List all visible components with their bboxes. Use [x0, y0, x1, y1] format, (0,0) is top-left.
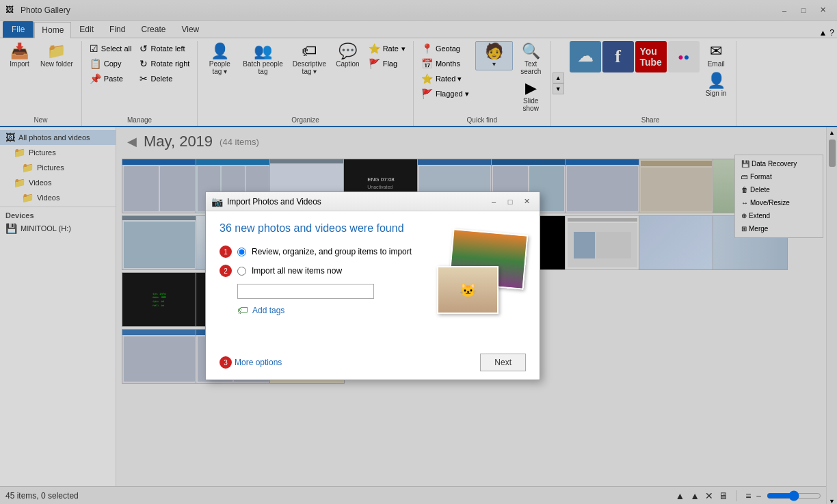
- dialog-photo-preview: 🐱: [437, 232, 526, 314]
- dialog-footer: 3 More options Next: [206, 348, 540, 380]
- dialog-minimize-btn[interactable]: –: [486, 196, 501, 208]
- more-options-link[interactable]: More options: [235, 358, 282, 367]
- option-3-number: 3: [220, 356, 232, 369]
- option-2-number: 2: [220, 265, 232, 277]
- dialog-titlebar: 📷 Import Photos and Videos – □ ✕: [206, 192, 540, 211]
- option-1-number: 1: [220, 246, 232, 258]
- modal-overlay: 📷 Import Photos and Videos – □ ✕ 36 new …: [0, 0, 837, 504]
- option-1-radio[interactable]: [237, 248, 246, 256]
- option-2-label: Import all new items now: [252, 266, 342, 276]
- dialog-title: Import Photos and Videos: [227, 197, 486, 207]
- dialog-icon: 📷: [211, 196, 223, 207]
- import-dialog: 📷 Import Photos and Videos – □ ✕ 36 new …: [205, 191, 540, 380]
- add-tags-link[interactable]: Add tags: [252, 306, 284, 315]
- dialog-close-btn[interactable]: ✕: [519, 196, 534, 208]
- next-button[interactable]: Next: [480, 354, 526, 371]
- option-2-radio[interactable]: [237, 267, 246, 276]
- option-1-label: Review, organize, and group items to imp…: [252, 247, 412, 256]
- dialog-body: 36 new photos and videos were found 🐱 1 …: [206, 211, 540, 348]
- more-options-row: 3 More options: [220, 356, 282, 369]
- add-tags-icon: 🏷: [237, 304, 248, 317]
- dialog-maximize-btn[interactable]: □: [503, 196, 518, 208]
- dialog-controls: – □ ✕: [486, 196, 534, 208]
- tags-input[interactable]: [237, 284, 374, 299]
